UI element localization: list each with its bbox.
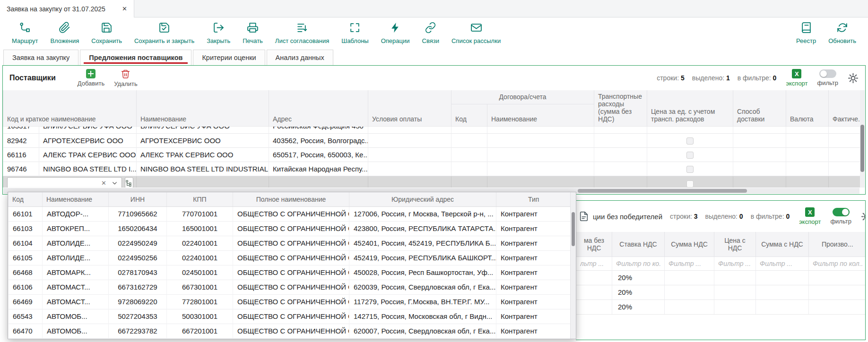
table-row: 20% (576, 299, 866, 314)
lookup-row: 66101АВТОДОР-... 7710965662770701001 ОБЩ… (9, 206, 571, 221)
col-actual[interactable]: Фактиче... (829, 90, 860, 127)
delete-button[interactable]: Удалить (114, 69, 138, 87)
tab-data-analysis[interactable]: Анализ данных (267, 50, 333, 66)
col-unit-price[interactable]: Цена за ед. с учетом трансп. расходов (647, 90, 733, 127)
gear-icon[interactable] (861, 211, 866, 222)
col-currency[interactable]: Валюта (786, 90, 829, 127)
export-excel-button[interactable]: X экспорт (786, 69, 807, 87)
scrollbar-thumb[interactable] (860, 125, 864, 172)
suppliers-panel-header: Поставщики Добавить Удалить строки: 5 вы… (3, 66, 865, 90)
document-tab-title: Заявка на закупку от 31.07.2025 (7, 5, 105, 13)
filter-input[interactable] (756, 257, 808, 270)
clear-icon[interactable]: ✕ (98, 180, 110, 187)
col-contract-name[interactable]: Наименование (487, 104, 594, 126)
filter-input[interactable] (612, 257, 664, 270)
save-button[interactable]: Сохранить (85, 22, 128, 44)
col-name[interactable]: Наименование (43, 192, 109, 206)
hierarchy-button[interactable] (125, 177, 133, 188)
filter-input[interactable] (714, 257, 755, 270)
filter-toggle[interactable] (819, 69, 836, 78)
lookup-row: 66468АВТОМАРК... 0278170943024501001 ОБЩ… (9, 265, 571, 280)
templates-button[interactable]: Шаблоны (335, 22, 375, 44)
printer-icon (247, 22, 259, 35)
col-inn[interactable]: ИНН (109, 192, 167, 206)
add-button[interactable]: Добавить (78, 69, 104, 87)
paperclip-icon (59, 22, 70, 35)
excel-icon: X (792, 69, 801, 78)
chevron-down-icon[interactable] (110, 180, 120, 186)
col-full-name[interactable]: Полное наименование (233, 192, 349, 206)
col-group-contracts[interactable]: Договора/счета (451, 90, 594, 104)
page-tab-bar: Заявка на закупку Предложения поставщико… (0, 49, 868, 66)
col-address[interactable]: Адрес (269, 90, 368, 127)
suppliers-panel: Поставщики Добавить Удалить строки: 5 вы… (2, 65, 866, 195)
col-payment-terms[interactable]: Условия оплаты (368, 90, 451, 127)
tab-evaluation-criteria[interactable]: Критерии оценки (193, 50, 265, 66)
lookup-row: 66103АВТОКРЕП... 1650206434165001001 ОБЩ… (9, 221, 571, 236)
col-transport-costs[interactable]: Транспортные расходы (сумма без НДС) (594, 90, 647, 127)
tab-purchase-request[interactable]: Заявка на закупку (3, 50, 78, 66)
gear-icon[interactable] (848, 73, 859, 84)
filter-toggle-group: фильтр (830, 208, 851, 225)
col-name[interactable]: Наименование (137, 90, 269, 127)
refresh-button[interactable]: Обновить (822, 22, 862, 44)
close-button[interactable]: Закрыть (200, 22, 236, 44)
col-sum-with-vat[interactable]: Сумма с НДС (756, 232, 809, 256)
filter-toggle-group: фильтр (817, 69, 838, 86)
col-contract-code[interactable]: Код (451, 104, 487, 126)
table-row: 82942 АГРОТЕХСЕРВИС ООО АГРОТЕХСЕРВИС ОО… (3, 134, 860, 148)
links-button[interactable]: Связи (416, 22, 445, 44)
save-icon (101, 22, 113, 35)
suppliers-title: Поставщики (9, 74, 56, 82)
vertical-scrollbar[interactable] (860, 90, 865, 188)
col-vat-sum[interactable]: Сумма НДС (665, 232, 714, 256)
refresh-icon (836, 22, 848, 35)
chain-link-icon (425, 22, 436, 35)
col-type[interactable]: Тип (496, 192, 571, 206)
scrollbar-thumb[interactable] (578, 189, 747, 193)
tab-supplier-offers[interactable]: Предложения поставщиков (80, 50, 191, 66)
operations-button[interactable]: Операции (375, 22, 416, 44)
filter-toggle[interactable] (833, 208, 850, 216)
lookup-row: 66105АВТОЛИДЕ... 0224950256022401001 ОБЩ… (9, 250, 571, 265)
col-code-short-name[interactable]: Код и краткое наименование (3, 90, 137, 127)
new-supplier-row: ✕ (3, 176, 860, 188)
route-icon (19, 22, 31, 35)
lookup-row: 66469АВТОМАСТ... 9728069220772801001 ОБЩ… (9, 294, 571, 309)
filter-input[interactable] (576, 257, 612, 270)
scrollbar-thumb[interactable] (572, 212, 575, 246)
save-and-close-button[interactable]: Сохранить и закрыть (128, 22, 200, 44)
close-icon[interactable]: ✕ (122, 5, 127, 12)
col-kpp[interactable]: КПП (167, 192, 233, 206)
positions-title: ции без победителей (579, 211, 662, 222)
unit-price-checkbox[interactable] (686, 166, 694, 173)
filter-input[interactable] (809, 257, 866, 270)
supplier-lookup-combobox[interactable]: ✕ (7, 177, 122, 188)
route-button[interactable]: Маршрут (6, 22, 44, 44)
mailing-list-button[interactable]: Список рассылки (445, 22, 507, 44)
envelope-icon (470, 22, 482, 35)
print-button[interactable]: Печать (236, 22, 269, 44)
filter-input[interactable] (665, 257, 714, 270)
unit-price-checkbox[interactable] (686, 137, 694, 145)
lightning-icon (390, 22, 401, 35)
supplier-lookup-input[interactable] (11, 180, 98, 187)
col-legal-address[interactable]: Юридический адрес (349, 192, 496, 206)
attachments-button[interactable]: Вложения (44, 22, 85, 44)
unit-price-checkbox[interactable] (686, 152, 694, 159)
suppliers-grid: Код и краткое наименование Наименование … (3, 90, 860, 188)
table-row: 96746 NINGBO BOA STEEL LTD I... NINGBO B… (3, 162, 860, 176)
unit-price-checkbox[interactable] (686, 180, 694, 188)
document-tab[interactable]: Заявка на закупку от 31.07.2025 ✕ (0, 0, 134, 17)
col-manufacturer[interactable]: Произво... (809, 232, 866, 256)
export-excel-button[interactable]: X экспорт (799, 207, 821, 225)
registry-button[interactable]: Реестр (790, 22, 822, 44)
vertical-scrollbar[interactable] (570, 192, 576, 339)
col-delivery-method[interactable]: Способ доставки (733, 90, 786, 127)
approval-sheet-button[interactable]: Лист согласования (269, 22, 335, 44)
table-row-clipped: 163317 ВЛИК/УСЕРВИС УФА ООО ВЛИК/УСЕРВИС… (3, 127, 860, 134)
col-vat-rate[interactable]: Ставка НДС (612, 232, 665, 256)
col-code[interactable]: Код (9, 192, 43, 206)
col-price-with-vat[interactable]: Цена с НДС (714, 232, 756, 256)
col-sum-no-vat[interactable]: ма без НДС (576, 232, 612, 256)
